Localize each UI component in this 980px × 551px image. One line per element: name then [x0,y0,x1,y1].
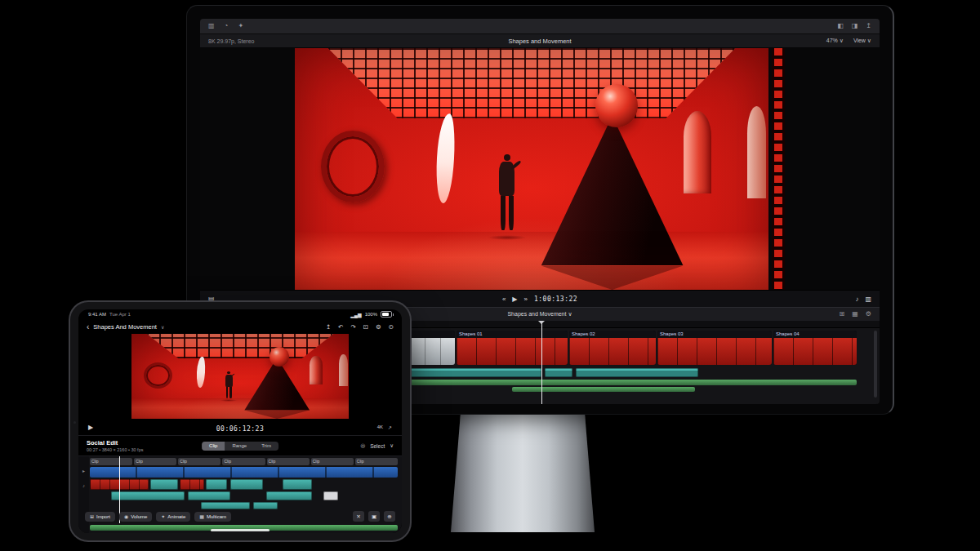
audio-clip[interactable] [201,502,250,509]
date: Tue Apr 1 [109,312,131,317]
audio-clip[interactable] [409,368,541,377]
toolbar-right-icons: ✕ ▣ ⊕ [353,511,395,522]
select-menu[interactable]: Select [370,443,385,449]
audio-clip[interactable] [283,479,312,490]
audio-clip[interactable] [576,368,698,377]
ipad-timeline[interactable]: ▸ ♪ Clip Clip Clip Clip Clip Clip Clip [78,456,402,533]
clip-chip[interactable]: Clip [222,458,265,465]
viewer-header: 8K 29.97p, Stereo Shapes and Movement 47… [200,34,880,48]
media-import-icon[interactable]: ▥ [208,23,215,29]
zoom-in-icon[interactable]: ⊕ [384,511,395,522]
clip-appearance-icon[interactable]: ⊞ [840,311,845,318]
audio-clip[interactable] [545,368,572,377]
display-icon[interactable]: ⊡ [363,323,368,331]
overwrite-icon[interactable]: ▣ [368,511,380,522]
timeline-project-name: Shapes and Movement [507,311,566,317]
background-tasks-icon[interactable]: ✦ [238,23,243,29]
video-clip[interactable]: Shapes 04 [773,331,857,365]
viewer-header-right: 47% ∨ View ∨ [826,38,871,44]
audio-clip[interactable] [266,491,312,500]
target-icon[interactable]: ◎ [360,442,365,449]
video-clip[interactable] [409,331,455,365]
audio-icon[interactable]: ♪ [855,295,858,303]
monitor-stand [451,410,595,532]
browser-toggle-icon[interactable]: ◧ [837,23,844,29]
keyword-editor-icon[interactable]: ◔ [225,23,229,29]
person-head [227,371,230,375]
home-indicator[interactable] [211,529,270,531]
ipad-nav-bar: ‹ Shapes And Movement ∨ ↥ ↶ ↷ ⊡ ⚙ ⊙ [78,319,402,334]
audio-track-icon[interactable]: ♪ [82,483,85,488]
person-legs [224,387,234,399]
redo-icon[interactable]: ↷ [350,323,355,331]
clip-chip[interactable]: Clip [90,458,132,465]
title-track[interactable] [90,467,398,478]
clip-chip[interactable]: Clip [355,458,398,465]
zoom-menu[interactable]: 47% ∨ [826,38,844,44]
settings-icon[interactable]: ⚙ [376,323,381,331]
clip-chip[interactable]: Clip [311,458,354,465]
tab-range[interactable]: Range [225,442,254,451]
wall-ring [321,131,385,202]
video-track-icon[interactable]: ▸ [82,468,85,473]
undo-icon[interactable]: ↶ [338,323,343,331]
skip-back-icon[interactable]: « [502,295,506,303]
tab-clip[interactable]: Clip [202,442,225,451]
timecode-wrap: 00:06:12:23 [78,420,402,434]
music-clip[interactable] [409,380,857,385]
clip-chip[interactable]: Clip [134,458,176,465]
connected-clip[interactable] [323,491,338,500]
audio-meters-icon[interactable]: ▥ [865,295,871,303]
audio-clip[interactable] [253,502,278,509]
share-icon[interactable]: ↥ [326,323,331,331]
import-button[interactable]: ⊞ Import [85,512,115,522]
timecode-display: 00:06:12:23 [216,425,264,433]
multicam-icon: ▦ [199,513,204,519]
ipad-project-title[interactable]: Shapes And Movement [93,323,157,331]
audio-clip[interactable] [150,479,178,490]
animate-button[interactable]: ✦ Animate [156,512,190,522]
signal-icon: ▂▄▆ [350,312,361,318]
light-slit [196,357,206,389]
inspector-toggle-icon[interactable]: ◨ [852,23,858,29]
timeline-scrollbar[interactable] [874,331,877,398]
quality-badge[interactable]: 4K [377,424,383,429]
tab-trim[interactable]: Trim [254,442,278,451]
back-icon[interactable]: ‹ [87,322,89,331]
person-legs [497,196,519,230]
play-icon[interactable]: ▶ [512,295,517,303]
audio-clip[interactable] [206,479,227,490]
person-leg [226,387,229,399]
audio-clip[interactable] [111,491,185,500]
video-clip[interactable] [180,479,204,490]
playhead[interactable] [541,321,542,404]
volume-button[interactable]: ◉ Volume [119,512,152,522]
clip-chip[interactable]: Clip [267,458,310,465]
chevron-down-icon: ∨ [568,311,572,317]
wall-arch [310,356,323,384]
share-icon[interactable]: ↥ [866,23,871,29]
video-clip[interactable]: Shapes 03 [657,331,772,365]
skip-forward-icon[interactable]: » [523,295,527,303]
fullscreen-icon[interactable]: ↗ [388,424,392,430]
zoom-icon[interactable]: ⊙ [389,323,394,331]
ipad-transport: ▶ 00:06:12:23 4K ↗ [78,419,402,435]
view-menu[interactable]: View ∨ [853,38,871,44]
multicam-button[interactable]: ▦ Multicam [194,512,231,522]
music-clip[interactable] [512,387,695,392]
battery-percent: 100% [365,312,377,317]
audio-clip[interactable] [230,479,263,490]
video-clip[interactable]: Shapes 02 [569,331,656,365]
delete-icon[interactable]: ✕ [353,511,364,522]
person-leg [229,387,232,399]
clip-thumbnails [657,338,772,365]
audio-clip[interactable] [188,491,230,500]
clip-chip[interactable]: Clip [178,458,220,465]
transport-right: ♪ ▥ [855,295,871,303]
import-label: Import [96,514,110,519]
video-clip[interactable]: Shapes 01 [457,331,568,365]
timeline-settings-icon[interactable]: ⚙ [866,311,871,318]
snapping-icon[interactable]: ▦ [852,311,858,318]
floating-sphere [270,347,289,367]
chevron-down-icon: ∨ [390,442,394,449]
